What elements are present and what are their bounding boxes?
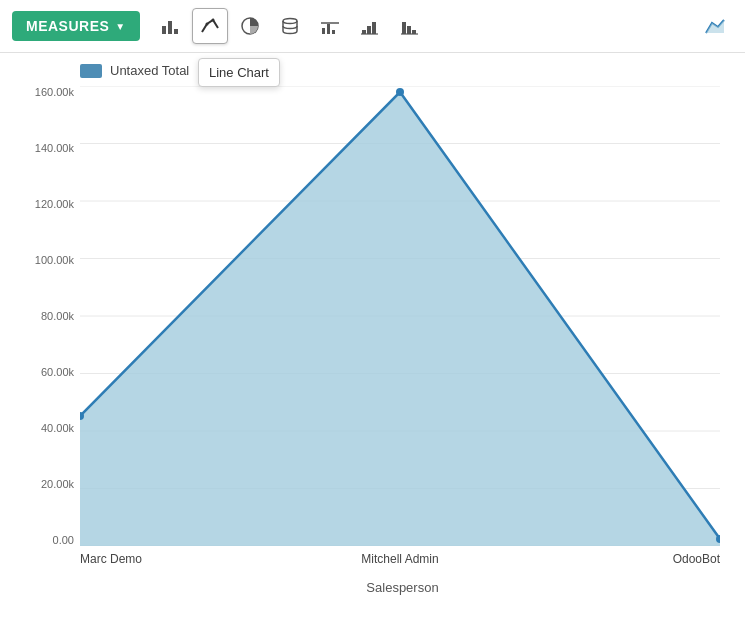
tooltip-label: Line Chart (209, 65, 269, 80)
area-bar-button[interactable] (312, 8, 348, 44)
pie-chart-icon (240, 16, 260, 36)
bar-chart-button[interactable] (152, 8, 188, 44)
x-axis: Marc Demo Mitchell Admin OdooBot (80, 546, 720, 576)
y-label-0: 0.00 (53, 534, 74, 546)
sort-asc-button[interactable] (352, 8, 388, 44)
y-label-140: 140.00k (35, 142, 74, 154)
y-label-120: 120.00k (35, 198, 74, 210)
line-chart-svg (80, 86, 720, 546)
x-label-marc: Marc Demo (80, 552, 160, 566)
svg-point-3 (205, 23, 208, 26)
line-chart-tooltip: Line Chart (198, 58, 280, 87)
svg-rect-15 (402, 22, 406, 34)
area-bar-icon (320, 16, 340, 36)
mountain-chart-button[interactable] (697, 8, 733, 44)
svg-rect-2 (174, 29, 178, 34)
sort-desc-button[interactable] (392, 8, 428, 44)
y-label-80: 80.00k (41, 310, 74, 322)
svg-point-6 (283, 19, 297, 24)
y-label-20: 20.00k (41, 478, 74, 490)
legend-color-swatch (80, 64, 102, 78)
toolbar: MEASURES ▼ (0, 0, 745, 53)
chart-legend: Untaxed Total (80, 63, 725, 78)
line-chart-button[interactable] (192, 8, 228, 44)
svg-rect-9 (332, 30, 335, 34)
stack-icon (280, 16, 300, 36)
measures-chevron: ▼ (115, 21, 125, 32)
legend-label: Untaxed Total (110, 63, 189, 78)
svg-rect-8 (327, 24, 330, 34)
pie-chart-button[interactable] (232, 8, 268, 44)
stack-chart-button[interactable] (272, 8, 308, 44)
svg-rect-16 (407, 26, 411, 34)
svg-rect-7 (322, 28, 325, 34)
measures-label: MEASURES (26, 18, 109, 34)
svg-rect-1 (168, 21, 172, 34)
y-axis: 160.00k 140.00k 120.00k 100.00k 80.00k 6… (20, 86, 80, 546)
y-label-160: 160.00k (35, 86, 74, 98)
line-chart-icon (200, 16, 220, 36)
y-label-100: 100.00k (35, 254, 74, 266)
svg-point-4 (211, 19, 214, 22)
measures-button[interactable]: MEASURES ▼ (12, 11, 140, 41)
chart-inner (80, 86, 720, 546)
y-label-40: 40.00k (41, 422, 74, 434)
y-label-60: 60.00k (41, 366, 74, 378)
chart-container: 160.00k 140.00k 120.00k 100.00k 80.00k 6… (20, 86, 720, 576)
sort-asc-icon (360, 16, 380, 36)
chart-area: Untaxed Total 160.00k 140.00k 120.00k 10… (0, 53, 745, 615)
x-label-mitchell: Mitchell Admin (340, 552, 460, 566)
data-point-mitchell (396, 88, 404, 96)
x-axis-title: Salesperson (80, 580, 725, 595)
svg-rect-12 (367, 26, 371, 34)
x-label-odoobot: OdooBot (640, 552, 720, 566)
svg-rect-13 (372, 22, 376, 34)
svg-rect-0 (162, 26, 166, 34)
sort-desc-icon (400, 16, 420, 36)
mountain-chart-icon (704, 15, 726, 37)
bar-chart-icon (160, 16, 180, 36)
